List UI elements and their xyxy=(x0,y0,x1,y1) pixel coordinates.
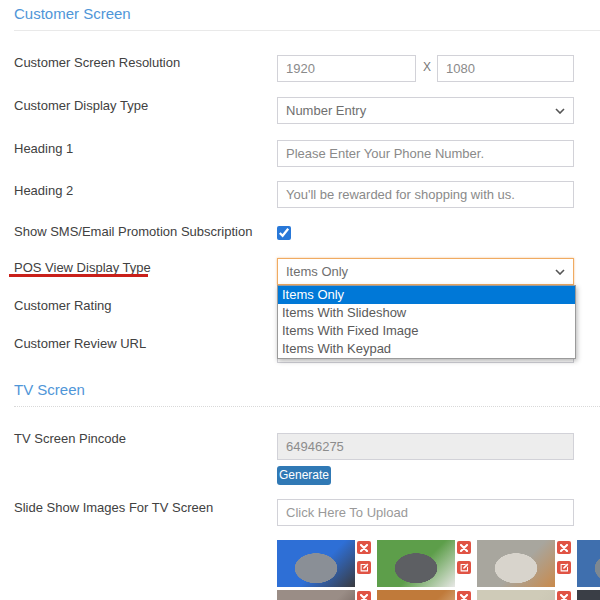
edit-image-button[interactable] xyxy=(357,561,371,574)
slideshow-thumbnail-row xyxy=(277,540,600,587)
x-icon xyxy=(560,594,568,600)
slideshow-image xyxy=(577,540,600,587)
slideshow-image xyxy=(477,540,555,587)
label-heading-1: Heading 1 xyxy=(14,141,73,156)
pos-view-display-type-value: Items Only xyxy=(286,259,348,284)
thumbnail-actions xyxy=(557,540,571,587)
slideshow-thumbnail-orange-cat-on-table xyxy=(377,590,471,600)
delete-image-button[interactable] xyxy=(357,541,371,554)
slideshow-image xyxy=(477,590,555,600)
sms-email-promotion-checkbox[interactable] xyxy=(277,226,291,240)
thumbnail-actions xyxy=(457,540,471,587)
edit-pencil-square-icon xyxy=(560,563,569,572)
label-tv-screen-pincode: TV Screen Pincode xyxy=(14,431,126,446)
section-divider xyxy=(14,406,600,407)
slideshow-image xyxy=(377,590,455,600)
dropdown-option[interactable]: Items With Keypad xyxy=(278,340,575,358)
resolution-width-input[interactable]: 1920 xyxy=(277,55,416,82)
label-customer-review-url: Customer Review URL xyxy=(14,336,146,351)
annotation-underline xyxy=(9,274,148,277)
delete-image-button[interactable] xyxy=(457,541,471,554)
delete-image-button[interactable] xyxy=(357,591,371,600)
edit-image-button[interactable] xyxy=(557,561,571,574)
slideshow-image xyxy=(277,540,355,587)
slideshow-upload-input[interactable]: Click Here To Upload xyxy=(277,499,574,526)
settings-page: { "colors": { "section_title": "#4f96d8"… xyxy=(0,0,600,600)
x-icon xyxy=(560,544,568,552)
slideshow-image xyxy=(377,540,455,587)
pos-view-display-type-select[interactable]: Items Only xyxy=(277,258,574,285)
thumbnail-actions xyxy=(557,590,571,600)
resolution-separator: X xyxy=(423,60,431,74)
label-pos-view-display-type: POS View Display Type xyxy=(14,260,151,275)
x-icon xyxy=(360,594,368,600)
resolution-height-input[interactable]: 1080 xyxy=(437,55,574,82)
slideshow-thumbnail-cat-indoor-red-curtain xyxy=(277,590,371,600)
section-title-tv-screen: TV Screen xyxy=(14,381,85,398)
chevron-down-icon xyxy=(555,108,565,114)
delete-image-button[interactable] xyxy=(557,541,571,554)
section-divider xyxy=(14,30,600,31)
delete-image-button[interactable] xyxy=(457,591,471,600)
label-heading-2: Heading 2 xyxy=(14,183,73,198)
label-slideshow-images: Slide Show Images For TV Screen xyxy=(14,500,213,515)
chevron-down-icon xyxy=(555,269,565,275)
slideshow-thumbnail-row xyxy=(277,590,600,600)
thumbnail-actions xyxy=(457,590,471,600)
customer-display-type-value: Number Entry xyxy=(286,98,366,123)
label-customer-display-type: Customer Display Type xyxy=(14,98,148,113)
edit-pencil-square-icon xyxy=(460,563,469,572)
x-icon xyxy=(460,594,468,600)
edit-image-button[interactable] xyxy=(457,561,471,574)
resolution-fields: 1920 X 1080 xyxy=(277,55,574,82)
label-customer-screen-resolution: Customer Screen Resolution xyxy=(14,55,180,70)
dropdown-option[interactable]: Items Only xyxy=(278,286,575,304)
slideshow-thumbnail-gray-cat-on-blue-blanket xyxy=(277,540,371,587)
slideshow-thumbnail-orange-cat-lying-beige xyxy=(477,590,571,600)
heading-2-input[interactable]: You'll be rewarded for shopping with us. xyxy=(277,181,574,208)
label-sms-email-promotion: Show SMS/Email Promotion Subscription xyxy=(14,224,252,239)
customer-display-type-select[interactable]: Number Entry xyxy=(277,97,574,124)
tv-screen-pincode-input: 64946275 xyxy=(277,433,574,460)
slideshow-thumbnail-calico-cat-on-gravel xyxy=(477,540,571,587)
slideshow-thumbnail-dark-partial-photo xyxy=(577,590,600,600)
thumbnail-actions xyxy=(357,540,371,587)
slideshow-thumbnail-dark-fluffy-cat-on-grass xyxy=(377,540,471,587)
slideshow-image xyxy=(277,590,355,600)
x-icon xyxy=(460,544,468,552)
pos-view-dropdown-list: Items OnlyItems With SlideshowItems With… xyxy=(277,285,576,359)
section-title-customer-screen: Customer Screen xyxy=(14,5,131,22)
x-icon xyxy=(360,544,368,552)
edit-pencil-square-icon xyxy=(360,563,369,572)
dropdown-option[interactable]: Items With Slideshow xyxy=(278,304,575,322)
delete-image-button[interactable] xyxy=(557,591,571,600)
dropdown-option[interactable]: Items With Fixed Image xyxy=(278,322,575,340)
label-customer-rating: Customer Rating xyxy=(14,298,112,313)
generate-button[interactable]: Generate xyxy=(277,466,331,485)
slideshow-thumbnail-british-shorthair-blue-bg xyxy=(577,540,600,587)
heading-1-input[interactable]: Please Enter Your Phone Number. xyxy=(277,140,574,167)
thumbnail-actions xyxy=(357,590,371,600)
slideshow-image xyxy=(577,590,600,600)
